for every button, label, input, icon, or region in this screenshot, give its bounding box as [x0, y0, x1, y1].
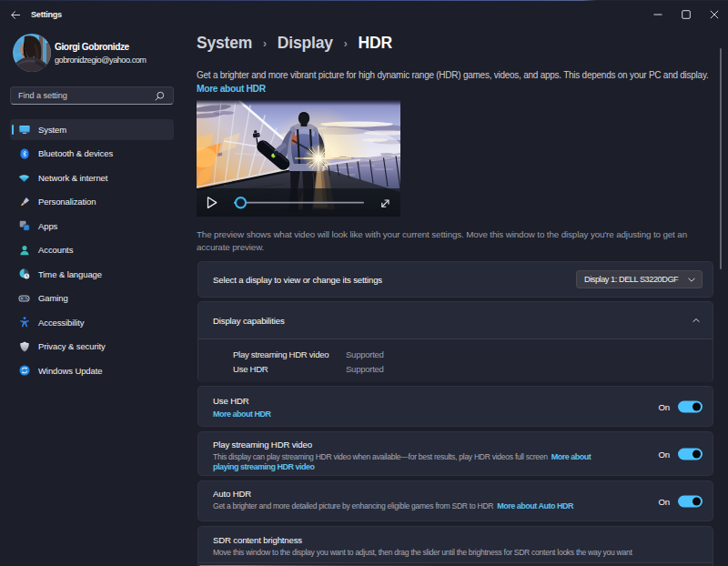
search-input[interactable]: Find a setting: [10, 86, 174, 105]
display-capabilities-title: Display capabilities: [213, 316, 285, 326]
play-streaming-title: Play streaming HDR video: [213, 440, 312, 450]
breadcrumb-system[interactable]: System: [197, 34, 252, 53]
auto-hdr-link[interactable]: More about Auto HDR: [497, 501, 573, 510]
network-internet-icon: [18, 172, 30, 184]
seek-thumb[interactable]: [236, 197, 246, 207]
scrollbar-thumb[interactable]: [720, 48, 722, 269]
minimize-icon: [653, 10, 662, 19]
page-title: HDR: [359, 34, 392, 53]
titlebar: Settings: [0, 0, 728, 29]
display-capabilities-header[interactable]: Display capabilities: [198, 302, 713, 339]
sidebar-item-time-language[interactable]: Time & language: [10, 264, 174, 285]
capability-value: Supported: [346, 349, 384, 359]
apps-icon: [18, 220, 30, 232]
sidebar-item-system[interactable]: System: [10, 119, 174, 140]
back-arrow-icon: [11, 11, 20, 19]
chevron-down-icon: [688, 278, 695, 282]
app-title: Settings: [31, 10, 62, 19]
auto-hdr-card: Auto HDR Get a brighter and more detaile…: [197, 480, 713, 521]
chevron-up-icon[interactable]: [693, 318, 700, 323]
search-icon[interactable]: [155, 91, 165, 101]
play-streaming-description: This display can play streaming HDR vide…: [213, 452, 602, 472]
maximize-button[interactable]: [672, 0, 700, 29]
accounts-icon: [18, 244, 30, 256]
auto-hdr-title: Auto HDR: [213, 489, 251, 499]
capability-row: Play streaming HDR video Supported: [198, 347, 713, 361]
windows-update-icon: [18, 365, 30, 377]
sidebar-item-bluetooth-devices[interactable]: Bluetooth & devices: [10, 144, 174, 165]
system-icon: [18, 124, 30, 136]
video-preview[interactable]: [197, 100, 400, 217]
sdr-brightness-title: SDR content brightness: [213, 535, 302, 545]
display-capabilities-card: Display capabilities Play streaming HDR …: [197, 301, 713, 382]
search-placeholder: Find a setting: [18, 91, 155, 100]
more-about-hdr-link[interactable]: More about HDR: [197, 84, 266, 94]
close-icon: [710, 10, 719, 19]
close-button[interactable]: [700, 0, 728, 29]
breadcrumb-separator-icon: ›: [263, 37, 267, 50]
sdr-brightness-description: Move this window to the display you want…: [213, 548, 704, 558]
auto-hdr-state: On: [659, 496, 670, 506]
sidebar-item-network-internet[interactable]: Network & internet: [10, 167, 174, 188]
auto-hdr-toggle[interactable]: [678, 495, 703, 507]
breadcrumb-separator-icon: ›: [344, 37, 348, 50]
preview-note: The preview shows what video will look l…: [197, 228, 706, 253]
display-select-dropdown[interactable]: Display 1: DELL S3220DGF: [576, 270, 703, 288]
avatar[interactable]: [13, 34, 51, 72]
bluetooth-devices-icon: [18, 147, 30, 159]
sidebar-item-windows-update[interactable]: Windows Update: [10, 360, 174, 381]
capability-value: Supported: [346, 364, 384, 374]
sdr-brightness-card: SDR content brightness Move this window …: [197, 526, 713, 566]
video-frame: [197, 100, 400, 217]
display-select-label: Select a display to view or change its s…: [213, 275, 382, 285]
display-select-value: Display 1: DELL S3220DGF: [584, 275, 688, 284]
accessibility-icon: [18, 317, 30, 328]
use-hdr-title: Use HDR: [213, 396, 248, 406]
sidebar-item-accessibility[interactable]: Accessibility: [10, 312, 174, 333]
sidebar-item-accounts[interactable]: Accounts: [10, 240, 174, 261]
page-description: Get a brighter and more vibrant picture …: [197, 70, 728, 80]
privacy-security-icon: [18, 340, 30, 352]
back-button[interactable]: [5, 4, 26, 25]
use-hdr-state: On: [659, 401, 670, 411]
play-streaming-state: On: [659, 449, 670, 459]
play-streaming-toggle[interactable]: [678, 448, 703, 460]
use-hdr-card: Use HDR More about HDR On: [197, 386, 713, 427]
capability-row: Use HDR Supported: [198, 361, 713, 376]
display-select-card: Select a display to view or change its s…: [197, 261, 713, 298]
sidebar: Giorgi Gobronidze gobronidzegio@yahoo.co…: [0, 29, 182, 566]
selected-indicator: [12, 125, 15, 135]
sidebar-item-personalization[interactable]: Personalization: [10, 192, 174, 213]
sidebar-item-gaming[interactable]: Gaming: [10, 288, 174, 309]
sidebar-nav: SystemBluetooth & devicesNetwork & inter…: [10, 119, 174, 385]
use-hdr-toggle[interactable]: [678, 400, 703, 412]
sidebar-item-apps[interactable]: Apps: [10, 216, 174, 237]
minimize-button[interactable]: [643, 0, 672, 29]
personalization-icon: [18, 196, 30, 207]
breadcrumb-display[interactable]: Display: [278, 34, 333, 53]
display-capabilities-content: Play streaming HDR video Supported Use H…: [198, 339, 713, 382]
maximize-icon: [682, 10, 691, 19]
play-streaming-card: Play streaming HDR video This display ca…: [197, 431, 713, 476]
use-hdr-link[interactable]: More about HDR: [213, 409, 271, 419]
breadcrumb: System › Display › HDR: [197, 34, 392, 53]
capability-label: Play streaming HDR video: [233, 349, 346, 359]
profile-email: gobronidzegio@yahoo.com: [55, 56, 147, 65]
gaming-icon: [18, 292, 30, 304]
profile-name: Giorgi Gobronidze: [55, 42, 129, 52]
main-content: System › Display › HDR Get a brighter an…: [182, 29, 728, 566]
sidebar-item-privacy-security[interactable]: Privacy & security: [10, 337, 174, 358]
capability-label: Use HDR: [233, 364, 346, 374]
auto-hdr-description: Get a brighter and more detailed picture…: [213, 501, 641, 511]
time-language-icon: [18, 268, 30, 280]
seek-track[interactable]: [234, 202, 364, 204]
